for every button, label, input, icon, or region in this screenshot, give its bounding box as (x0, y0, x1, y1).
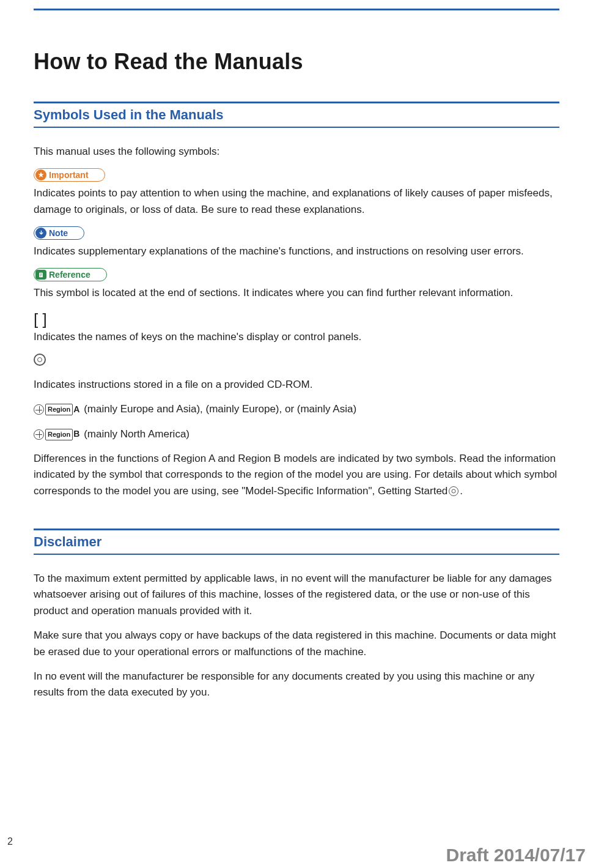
page-number: 2 (7, 836, 13, 847)
page-title: How to Read the Manuals (34, 49, 559, 75)
reference-label: Reference (49, 270, 90, 280)
cd-icon (449, 486, 459, 496)
section-heading-label: Symbols Used in the Manuals (34, 107, 559, 123)
section-heading-disclaimer: Disclaimer (34, 529, 559, 555)
globe-icon (34, 404, 44, 415)
cd-icon (34, 354, 46, 366)
symbol-reference: Reference This symbol is located at the … (34, 268, 559, 301)
note-pill: Note (34, 226, 84, 240)
globe-icon (34, 429, 44, 440)
symbol-note: Note Indicates supplementary explanation… (34, 226, 559, 259)
region-a-desc: (mainly Europe and Asia), (mainly Europe… (84, 403, 356, 415)
region-b-line: Region B (mainly North America) (34, 426, 559, 442)
top-rule (34, 9, 559, 10)
region-summary: Differences in the functions of Region A… (34, 451, 559, 499)
disclaimer-p1: To the maximum extent permitted by appli… (34, 571, 559, 619)
important-pill: Important (34, 168, 105, 182)
region-b-desc: (mainly North America) (84, 428, 190, 440)
svg-rect-2 (40, 275, 42, 275)
page-content: How to Read the Manuals Symbols Used in … (34, 0, 559, 701)
region-a-line: Region A (mainly Europe and Asia), (main… (34, 401, 559, 417)
arrow-down-icon (35, 228, 46, 239)
disclaimer-p2: Make sure that you always copy or have b… (34, 628, 559, 660)
region-b-letter: B (73, 428, 79, 441)
star-icon (35, 169, 46, 180)
reference-desc: This symbol is located at the end of sec… (34, 285, 559, 301)
reference-pill: Reference (34, 268, 107, 281)
disclaimer-p3: In no event will the manufacturer be res… (34, 669, 559, 701)
region-tag-label: Region (45, 429, 73, 440)
document-page: How to Read the Manuals Symbols Used in … (0, 0, 593, 868)
bracket-desc: Indicates the names of keys on the machi… (34, 329, 559, 345)
symbol-brackets: [ ] Indicates the names of keys on the m… (34, 310, 559, 345)
important-desc: Indicates points to pay attention to whe… (34, 185, 559, 218)
important-label: Important (49, 170, 89, 180)
cdrom-desc: Indicates instructions stored in a file … (34, 377, 559, 393)
symbols-intro: This manual uses the following symbols: (34, 144, 559, 160)
section-heading-label: Disclaimer (34, 534, 559, 550)
region-summary-text-b: . (460, 485, 463, 497)
region-tag-label: Region (45, 404, 73, 415)
note-desc: Indicates supplementary explanations of … (34, 243, 559, 259)
region-b-tag: Region B (34, 428, 79, 441)
bracket-symbol: [ ] (34, 310, 559, 329)
region-a-tag: Region A (34, 403, 79, 417)
svg-rect-3 (40, 276, 41, 276)
region-a-letter: A (73, 403, 79, 417)
page-icon (35, 270, 46, 280)
svg-rect-1 (40, 273, 42, 274)
note-label: Note (49, 228, 68, 238)
symbol-important: Important Indicates points to pay attent… (34, 168, 559, 218)
symbol-cdrom: Indicates instructions stored in a file … (34, 354, 559, 393)
region-summary-text-a: Differences in the functions of Region A… (34, 453, 557, 497)
section-heading-symbols: Symbols Used in the Manuals (34, 102, 559, 128)
draft-stamp: Draft 2014/07/17 (446, 845, 586, 866)
